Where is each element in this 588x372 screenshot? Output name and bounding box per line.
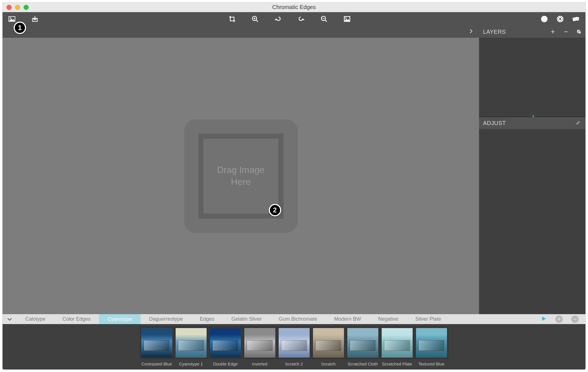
chevron-right-icon: [468, 28, 474, 35]
undo-button[interactable]: [274, 15, 282, 23]
toolbar-left: [8, 15, 39, 23]
preset-item[interactable]: Scratched Plate: [381, 327, 414, 366]
svg-rect-30: [578, 31, 581, 34]
preset-strip: Contrasted BlueCyanotype 1Double EdgeInv…: [3, 324, 585, 369]
preset-label: Scratch: [321, 362, 336, 366]
adjust-paint-icon[interactable]: [575, 119, 581, 127]
randomize-button[interactable]: [572, 15, 580, 23]
svg-point-27: [576, 18, 577, 18]
category-item[interactable]: Cyanotype: [99, 314, 140, 324]
preset-label: Double Edge: [213, 362, 238, 366]
open-image-button[interactable]: [8, 15, 16, 23]
category-bar: CalotypeColor EdgesCyanotypeDaguerreotyp…: [3, 314, 585, 324]
strip-add-button[interactable]: +: [555, 316, 563, 323]
layers-panel-title: LAYERS: [483, 29, 506, 35]
category-item[interactable]: Modern BW: [326, 314, 369, 324]
duplicate-layer-button[interactable]: [576, 29, 581, 34]
svg-point-10: [345, 18, 346, 18]
fit-image-button[interactable]: [343, 15, 351, 23]
preset-thumbnail: [381, 327, 414, 359]
badge-2: 2: [269, 204, 281, 216]
drop-zone-text: Drag Image Here: [217, 164, 264, 188]
preset-label: Scratched Plate: [382, 362, 412, 366]
remove-layer-button[interactable]: [563, 29, 568, 34]
svg-rect-24: [576, 17, 579, 21]
strip-remove-button[interactable]: −: [571, 316, 579, 323]
category-list: CalotypeColor EdgesCyanotypeDaguerreotyp…: [17, 314, 450, 324]
preset-item[interactable]: Cyanotype 1: [175, 327, 208, 366]
preset-label: Cyanotype 1: [179, 362, 203, 366]
save-button[interactable]: [31, 15, 39, 23]
svg-point-26: [575, 19, 575, 20]
zoom-in-button[interactable]: [251, 15, 259, 23]
preset-label: Contrasted Blue: [141, 362, 172, 366]
title-bar: Chromatic Edges: [3, 3, 585, 12]
category-item[interactable]: Daguerreotype: [140, 314, 191, 324]
preset-thumbnail: [175, 327, 208, 359]
preset-thumbnail: [415, 327, 448, 359]
svg-point-25: [574, 18, 574, 19]
adjust-panel-header[interactable]: ADJUST: [479, 117, 585, 129]
layers-actions: [550, 29, 581, 34]
svg-line-3: [256, 20, 258, 22]
canvas-column: Drag Image Here 2: [3, 26, 479, 314]
svg-point-14: [559, 18, 561, 20]
play-button[interactable]: [541, 316, 547, 323]
settings-button[interactable]: [556, 15, 564, 23]
svg-line-20: [561, 20, 562, 21]
svg-line-7: [325, 20, 327, 22]
preset-thumbnail: [278, 327, 311, 359]
toolbar-right: i: [541, 15, 580, 23]
preset-item[interactable]: Double Edge: [209, 327, 242, 366]
svg-point-1: [10, 18, 11, 18]
drop-text-line1: Drag Image: [217, 165, 264, 175]
canvas-area[interactable]: Drag Image Here 2: [3, 38, 479, 314]
preset-item[interactable]: Scratch: [312, 327, 345, 366]
window-title: Chromatic Edges: [3, 4, 585, 10]
category-item[interactable]: Calotype: [17, 314, 54, 324]
svg-text:i: i: [544, 16, 545, 22]
drop-zone[interactable]: Drag Image Here 2: [184, 119, 298, 233]
badge-1: 1: [14, 22, 26, 34]
svg-line-22: [561, 17, 562, 18]
svg-point-28: [578, 19, 578, 20]
preset-item[interactable]: Textured Blue: [415, 327, 448, 366]
adjust-panel-body: [479, 129, 585, 314]
main-row: Drag Image Here 2 LAYERS ADJUS: [3, 26, 585, 314]
category-item[interactable]: Silver Plate: [407, 314, 450, 324]
svg-line-19: [558, 17, 559, 18]
preset-item[interactable]: Inverted: [243, 327, 276, 366]
toolbar: i: [3, 12, 585, 26]
category-item[interactable]: Gum Bichromate: [270, 314, 326, 324]
sidebar-collapse-bar[interactable]: [3, 26, 479, 38]
category-controls: + −: [534, 314, 585, 324]
preset-label: Textured Blue: [418, 362, 444, 366]
layers-panel-header[interactable]: LAYERS: [479, 26, 585, 38]
adjust-actions: [575, 119, 581, 127]
category-item[interactable]: Edges: [191, 314, 223, 324]
redo-button[interactable]: [297, 15, 305, 23]
add-layer-button[interactable]: [550, 29, 555, 34]
info-button[interactable]: i: [541, 15, 548, 23]
preset-label: Scratched Cloth: [348, 362, 378, 366]
svg-line-21: [558, 20, 559, 21]
preset-thumbnail: [209, 327, 242, 359]
category-item[interactable]: Gelatin Silver: [223, 314, 270, 324]
category-item[interactable]: Color Edges: [54, 314, 99, 324]
sidebar: LAYERS ADJUST: [479, 26, 585, 314]
drop-text-line2: Here: [231, 177, 251, 187]
zoom-out-button[interactable]: [320, 15, 328, 23]
adjust-panel-title: ADJUST: [483, 120, 506, 126]
layers-panel-body: [479, 38, 585, 117]
preset-item[interactable]: Contrasted Blue: [140, 327, 173, 366]
preset-thumbnail: [346, 327, 379, 359]
preset-item[interactable]: Scratch 2: [278, 327, 311, 366]
category-item[interactable]: Negative: [369, 314, 407, 324]
toolbar-center: [228, 15, 351, 23]
preset-thumbnail: [312, 327, 345, 359]
preset-label: Inverted: [252, 362, 267, 366]
crop-button[interactable]: [228, 15, 236, 23]
preset-item[interactable]: Scratched Cloth: [346, 327, 379, 366]
preset-thumbnail: [243, 327, 276, 359]
category-collapse-button[interactable]: [3, 314, 17, 324]
